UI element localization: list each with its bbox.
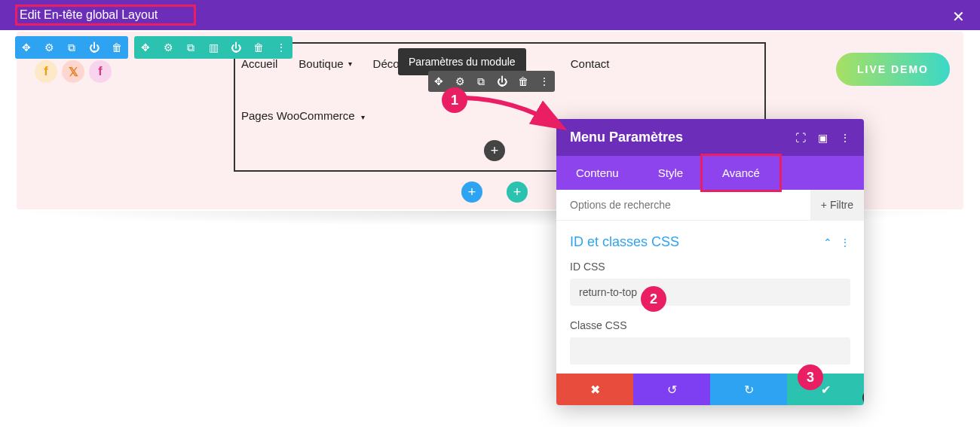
trash-icon[interactable]: 🗑 (513, 71, 534, 92)
row-toolbar: ✥ ⚙ ⧉ ⏻ 🗑 (15, 36, 128, 59)
class-css-input[interactable] (570, 337, 850, 364)
search-input[interactable] (570, 190, 810, 220)
nav-woocommerce[interactable]: Pages WooCommerce ▾ (241, 109, 365, 122)
power-icon[interactable]: ⏻ (83, 36, 106, 59)
close-icon[interactable]: ✕ (952, 8, 965, 26)
move-icon[interactable]: ✥ (134, 36, 157, 59)
id-css-field: ID CSS (556, 256, 864, 315)
more-icon[interactable]: ⋮ (840, 132, 850, 144)
marker-1: 1 (442, 87, 467, 113)
chevron-down-icon: ▾ (348, 59, 352, 68)
cancel-button[interactable]: ✖ (556, 374, 633, 405)
trash-icon[interactable]: 🗑 (106, 36, 128, 59)
topbar-title: Edit En-tête global Layout (15, 7, 162, 23)
columns-icon[interactable]: ▥ (202, 36, 225, 59)
trash-icon[interactable]: 🗑 (247, 36, 270, 59)
more-icon[interactable]: ⋮ (534, 71, 555, 92)
social-icons: f 𝕏 f (35, 60, 112, 83)
grid-icon[interactable]: ▣ (818, 132, 828, 144)
topbar: Edit En-tête global Layout ✕ (0, 0, 980, 30)
arrow-annotation (461, 92, 574, 137)
id-css-label: ID CSS (570, 261, 850, 273)
undo-button[interactable]: ↺ (633, 374, 710, 405)
power-icon[interactable]: ⏻ (225, 36, 247, 59)
chevron-up-icon[interactable]: ⌃ (823, 236, 832, 249)
expand-icon[interactable]: ⛶ (795, 132, 806, 144)
tab-advanced[interactable]: Avancé (703, 156, 779, 190)
panel-header: Menu Paramètres ⛶ ▣ ⋮ (556, 119, 864, 156)
move-icon[interactable]: ✥ (15, 36, 38, 59)
panel-title: Menu Paramètres (570, 130, 683, 145)
marker-2: 2 (641, 286, 666, 312)
chevron-down-icon: ▾ (361, 113, 365, 121)
duplicate-icon[interactable]: ⧉ (60, 36, 83, 59)
settings-panel: Menu Paramètres ⛶ ▣ ⋮ Contenu Style Avan… (556, 119, 864, 405)
nav-boutique[interactable]: Boutique ▾ (299, 57, 351, 70)
nav-contact[interactable]: Contact (571, 57, 610, 70)
gear-icon[interactable]: ⚙ (38, 36, 60, 59)
panel-tabs: Contenu Style Avancé (556, 156, 864, 190)
section-header[interactable]: ID et classes CSS ⌃ ⋮ (556, 221, 864, 256)
gear-icon[interactable]: ⚙ (157, 36, 179, 59)
tab-content[interactable]: Contenu (556, 156, 639, 190)
more-icon[interactable]: ⋮ (840, 236, 850, 249)
redo-button[interactable]: ↻ (710, 374, 787, 405)
class-css-field: Classe CSS (556, 315, 864, 374)
tab-style[interactable]: Style (639, 156, 703, 190)
add-module-button[interactable]: + (484, 140, 505, 161)
instagram-icon[interactable]: f (89, 60, 112, 83)
move-icon[interactable]: ✥ (428, 71, 449, 92)
add-section-button[interactable]: + (507, 181, 528, 203)
add-row-button[interactable]: + (461, 181, 482, 203)
duplicate-icon[interactable]: ⧉ (179, 36, 202, 59)
id-css-input[interactable] (570, 279, 850, 306)
plus-icon: + (821, 199, 827, 211)
section-title: ID et classes CSS (570, 234, 679, 250)
section-toolbar: ✥ ⚙ ⧉ ▥ ⏻ 🗑 ⋮ (134, 36, 292, 59)
power-icon[interactable]: ⏻ (492, 71, 513, 92)
duplicate-icon[interactable]: ⧉ (470, 71, 492, 92)
twitter-icon[interactable]: 𝕏 (62, 60, 84, 83)
facebook-icon[interactable]: f (35, 60, 57, 83)
marker-3: 3 (798, 364, 823, 390)
more-icon[interactable]: ⋮ (270, 36, 292, 59)
search-row: +Filtre (556, 190, 864, 221)
class-css-label: Classe CSS (570, 319, 850, 331)
filter-button[interactable]: +Filtre (810, 190, 864, 220)
nav-accueil[interactable]: Accueil (241, 57, 277, 70)
